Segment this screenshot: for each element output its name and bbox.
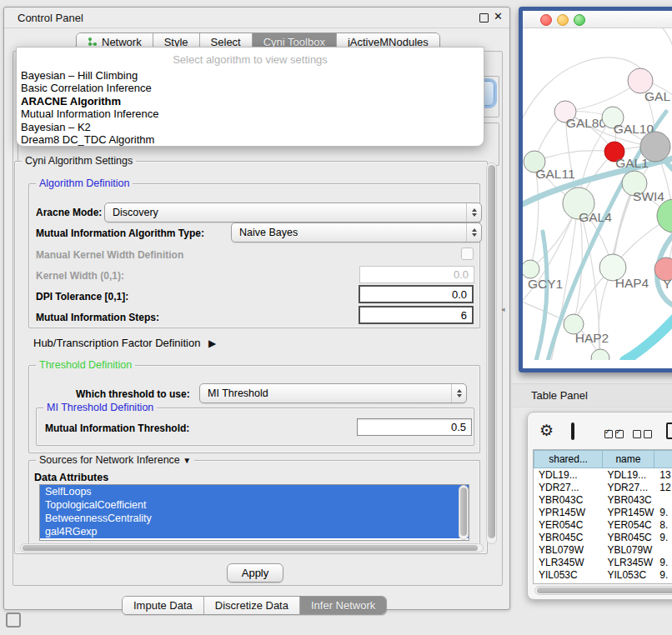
apply-button[interactable]: Apply [227, 563, 283, 582]
table-row[interactable]: YBR045CYBR045C9. [534, 531, 672, 543]
table-row[interactable]: YBR043CYBR043C [534, 493, 672, 506]
node-table: shared...name YDL19...YDL19...13YDR27...… [533, 449, 672, 584]
table-cell: YBR045C [534, 532, 602, 543]
bottom-tab-infer-network[interactable]: Infer Network [300, 597, 386, 614]
table-column-header[interactable] [654, 450, 672, 468]
bottom-tab-impute-data[interactable]: Impute Data [123, 597, 204, 614]
table-cell: YBL079W [602, 544, 654, 556]
combo-arrows-icon [466, 203, 481, 222]
network-node-label: HAP2 [575, 331, 609, 345]
panel-splitter-arrow-icon[interactable]: ◂ [501, 305, 505, 313]
close-traffic-light-icon[interactable] [540, 14, 552, 26]
network-edge[interactable] [663, 28, 672, 50]
which-threshold-label: Which threshold to use: [76, 388, 190, 400]
dropdown-item[interactable]: Bayesian – Hill Climbing [17, 69, 484, 82]
attribute-list-item[interactable]: BetweennessCentrality [40, 512, 469, 525]
bottom-tab-label: Infer Network [311, 599, 375, 612]
network-node-gcy1[interactable] [523, 260, 539, 278]
network-edge-thick[interactable] [624, 312, 672, 360]
network-node-label: HAP4 [615, 276, 649, 290]
select-all-icon[interactable] [604, 427, 624, 442]
table-row[interactable]: YLR345WYLR345W9. [534, 556, 672, 568]
table-cell: YLR345W [602, 557, 654, 568]
gear-icon[interactable]: ⚙ [539, 422, 554, 438]
attribute-list-item[interactable]: TopologicalCoefficient [40, 498, 469, 512]
table-row[interactable]: YBL079WYBL079W [534, 543, 672, 556]
network-node-label: GAL11 [535, 167, 574, 181]
table-horizontal-scrollbar[interactable] [534, 586, 672, 595]
table-cell: YER054C [602, 519, 654, 531]
bottom-tab-discretize-data[interactable]: Discretize Data [204, 597, 300, 614]
cyni-algorithm-settings-title: Cyni Algorithm Settings [22, 155, 136, 167]
table-cell: 9. [654, 557, 672, 568]
dropdown-item[interactable]: Bayesian – K2 [17, 121, 484, 133]
network-node[interactable] [657, 199, 672, 232]
table-column-header[interactable]: name [603, 450, 654, 468]
table-header-row: shared...name [534, 450, 672, 468]
table-function-icon[interactable] [666, 422, 672, 439]
table-cell: YDR27... [602, 482, 654, 493]
dropdown-item[interactable]: ARACNE Algorithm [17, 95, 484, 108]
mi-threshold-input[interactable]: 0.5 [357, 418, 472, 436]
network-edge-thick[interactable] [536, 232, 547, 360]
table-column-header[interactable]: shared... [534, 450, 603, 468]
table-cell: YDL19... [534, 469, 602, 481]
network-edge[interactable] [534, 151, 614, 162]
table-toolbar: ⚙ [528, 412, 672, 448]
table-row[interactable]: YDR27...YDR27...12 [534, 481, 672, 493]
attribute-list-item[interactable]: SelfLoops [40, 485, 469, 498]
table-cell: YBR045C [602, 532, 654, 543]
hub-definition-section[interactable]: Hub/Transcription Factor Definition ▶ [33, 337, 216, 349]
attribute-list-item[interactable]: gal4RGexp [40, 525, 469, 538]
combo-arrows-icon [466, 223, 481, 242]
hub-definition-label: Hub/Transcription Factor Definition [33, 337, 200, 349]
float-window-icon[interactable] [479, 13, 489, 22]
network-node-label: GAL80 [566, 116, 607, 130]
network-node-label: GAL1 [615, 156, 649, 170]
manual-kernel-checkbox[interactable] [461, 248, 474, 260]
table-row[interactable]: YDL19...YDL19...13 [534, 468, 672, 481]
network-node-label: GAL [644, 89, 670, 103]
table-row[interactable]: YIL053CYIL053C9. [534, 568, 672, 581]
dpi-tolerance-input[interactable]: 0.0 [359, 285, 474, 303]
bottom-tab-label: Impute Data [133, 599, 193, 612]
attributes-list-scrollbar[interactable] [459, 485, 469, 540]
table-cell: YBR043C [602, 494, 654, 506]
dropdown-item[interactable]: Basic Correlation Inference [17, 82, 484, 94]
network-edge[interactable] [613, 195, 631, 254]
which-threshold-combo[interactable]: MI Threshold [199, 383, 467, 403]
mi-steps-label: Mutual Information Steps: [36, 312, 159, 323]
mi-steps-input[interactable]: 6 [359, 306, 474, 324]
network-node-label: GAL4 [579, 210, 612, 224]
dropdown-items: Bayesian – Hill ClimbingBasic Correlatio… [17, 69, 484, 146]
network-canvas[interactable]: GALGAL80GAL10GAL1GAL11SWI4GAL4GCY1HAP4YH… [523, 28, 672, 360]
table-cell: 9. [654, 569, 672, 581]
dropdown-item[interactable]: Mutual Information Inference [17, 108, 484, 120]
cytopanel-corner-icon[interactable] [6, 612, 21, 628]
dropdown-item[interactable]: Dream8 DC_TDC Algorithm [17, 133, 484, 146]
settings-vertical-scrollbar[interactable] [486, 162, 497, 544]
split-panel-icon[interactable] [571, 422, 574, 440]
network-node[interactable] [640, 132, 670, 162]
network-node-label: SWI4 [633, 189, 664, 203]
table-row[interactable]: YER054CYER054C8. [534, 518, 672, 531]
disclosure-right-icon: ▶ [208, 338, 216, 349]
mi-type-combo[interactable]: Naive Bayes [231, 222, 482, 242]
sources-group: Sources for Network Inference ▼ Data Att… [28, 460, 480, 552]
bottom-tab-strip: Impute DataDiscretize DataInfer Network [122, 596, 387, 615]
zoom-traffic-light-icon[interactable] [574, 14, 585, 26]
data-attributes-list[interactable]: SelfLoopsTopologicalCoefficientBetweenne… [39, 484, 469, 541]
aracne-mode-combo[interactable]: Discovery [104, 202, 482, 222]
table-row[interactable]: YPR145WYPR145W9. [534, 506, 672, 518]
network-node[interactable] [591, 349, 609, 360]
threshold-definition-title: Threshold Definition [36, 359, 135, 371]
deselect-all-icon[interactable] [633, 427, 652, 442]
control-panel-titlebar: Control Panel ✕ [4, 8, 509, 28]
threshold-definition-group: Threshold Definition Which threshold to … [28, 365, 480, 453]
settings-horizontal-scrollbar[interactable] [20, 543, 484, 552]
kernel-width-input[interactable]: 0.0 [359, 266, 474, 283]
network-window-titlebar [523, 11, 672, 28]
table-panel-title: Table Panel [531, 389, 588, 402]
minimize-traffic-light-icon[interactable] [557, 14, 569, 26]
close-icon[interactable]: ✕ [494, 10, 503, 22]
